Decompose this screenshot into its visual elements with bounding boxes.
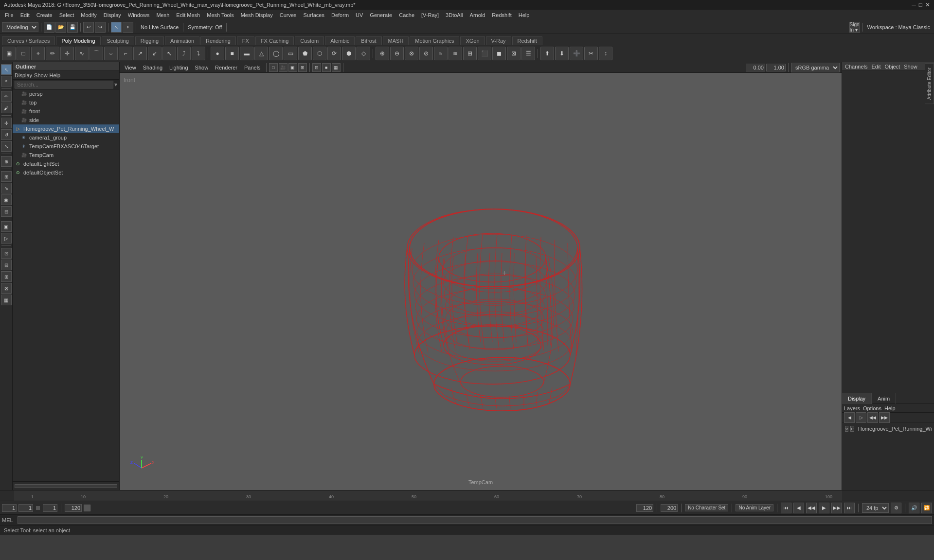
shelf-tab-fx[interactable]: FX: [237, 36, 254, 45]
menu-item-windows[interactable]: Windows: [125, 11, 153, 19]
shelf-boolean-icon[interactable]: ⊘: [419, 47, 433, 60]
shelf-tool1-icon[interactable]: ↗: [133, 47, 147, 60]
outliner-item-tempcam[interactable]: 🎥 TempCam: [13, 151, 119, 159]
playback-options-btn[interactable]: ⚙: [891, 503, 901, 513]
shelf-arc2-icon[interactable]: ⌣: [104, 47, 118, 60]
sign-in-btn[interactable]: Sign In ▾: [849, 22, 860, 33]
open-file-btn[interactable]: 📂: [55, 22, 66, 33]
outliner-item-front[interactable]: 🎥 front: [13, 107, 119, 116]
vp-texture[interactable]: ▦: [332, 63, 341, 72]
vp-grid-btn[interactable]: ⊞: [298, 63, 307, 72]
shelf-bridge-icon[interactable]: ⬇: [555, 47, 569, 60]
shelf-tab-motion-graphics[interactable]: Motion Graphics: [410, 36, 459, 45]
menu-item-display[interactable]: Display: [101, 11, 124, 19]
display-tab[interactable]: Display: [842, 393, 872, 404]
shelf-tab-redshift[interactable]: Redshift: [512, 36, 542, 45]
snap-curve[interactable]: ∿: [1, 183, 12, 193]
viewport-panels-menu[interactable]: Panels: [241, 64, 264, 71]
shelf-conform-icon[interactable]: ⊗: [405, 47, 418, 60]
viewport-view-menu[interactable]: View: [122, 64, 139, 71]
shelf-tool3-icon[interactable]: ↖: [162, 47, 176, 60]
shelf-tab-bifrost[interactable]: Bifrost: [356, 36, 381, 45]
shelf-retopo-icon[interactable]: ⊠: [507, 47, 521, 60]
layer-item[interactable]: V P Homegroove_Pet_Running_Wi: [844, 424, 932, 433]
shelf-helix-icon[interactable]: ⟳: [327, 47, 341, 60]
playback-end-input[interactable]: [636, 504, 653, 512]
shelf-smooth-icon[interactable]: ≈: [434, 47, 448, 60]
shelf-cube-icon[interactable]: ■: [225, 47, 239, 60]
vp-cam-btn[interactable]: 🎥: [279, 63, 287, 72]
shelf-box-icon[interactable]: □: [17, 47, 30, 60]
shelf-paint-icon[interactable]: ✏: [46, 47, 59, 60]
snap-grid[interactable]: ⊞: [1, 171, 12, 182]
shelf-cut-icon[interactable]: ✂: [584, 47, 598, 60]
shelf-tab-fx-caching[interactable]: FX Caching: [255, 36, 294, 45]
outliner-show-menu[interactable]: Show: [34, 72, 48, 78]
lasso-tool[interactable]: ⌖: [1, 76, 12, 87]
edit-tab[interactable]: Edit: [871, 64, 880, 70]
start-frame-input[interactable]: [2, 504, 17, 512]
undo-btn[interactable]: ↩: [83, 22, 94, 33]
menu-item-redshift[interactable]: Redshift: [489, 11, 514, 19]
snap-view[interactable]: ⊟: [1, 206, 12, 217]
shelf-select-icon[interactable]: ▣: [2, 47, 16, 60]
shelf-append-icon[interactable]: ➕: [570, 47, 583, 60]
quick-layout4[interactable]: ⊠: [1, 283, 12, 294]
play-btn[interactable]: ▶: [819, 503, 829, 513]
anim-tab[interactable]: Anim: [872, 393, 896, 404]
outliner-item-top[interactable]: 🎥 top: [13, 98, 119, 107]
viewport-lighting-menu[interactable]: Lighting: [166, 64, 191, 71]
outliner-item-tempcam-target[interactable]: ✳ TempCamFBXASC046Target: [13, 142, 119, 151]
shelf-arc-icon[interactable]: ⌒: [90, 47, 103, 60]
command-input[interactable]: [18, 516, 932, 524]
shelf-cylinder-icon[interactable]: ▬: [240, 47, 253, 60]
shelf-combine-icon[interactable]: ⊕: [376, 47, 389, 60]
search-expand-icon[interactable]: ▾: [114, 81, 117, 88]
menu-item-arnold[interactable]: Arnold: [467, 11, 488, 19]
brush-tool[interactable]: 🖌: [1, 103, 12, 113]
quick-layout5[interactable]: ▦: [1, 295, 12, 305]
object-tab[interactable]: Object: [884, 64, 900, 70]
ipr-render[interactable]: ▷: [1, 233, 12, 244]
close-button[interactable]: ✕: [925, 1, 930, 8]
vp-wireframe[interactable]: ⊟: [312, 63, 321, 72]
layers-menu[interactable]: Layers: [844, 405, 860, 411]
render-region[interactable]: ▣: [1, 221, 12, 232]
shelf-tab-custom[interactable]: Custom: [295, 36, 324, 45]
shelf-fill-icon[interactable]: ⬛: [478, 47, 491, 60]
shelf-move-icon[interactable]: ✛: [60, 47, 74, 60]
current-frame-input[interactable]: [18, 504, 33, 512]
shelf-tab-alembic[interactable]: Alembic: [325, 36, 355, 45]
select-tool-btn[interactable]: ↖: [111, 22, 122, 33]
viewport-renderer-menu[interactable]: Renderer: [212, 64, 240, 71]
menu-item-mesh-tools[interactable]: Mesh Tools: [204, 11, 236, 19]
save-file-btn[interactable]: 💾: [67, 22, 78, 33]
shelf-extrude-icon[interactable]: ⬆: [540, 47, 554, 60]
window-controls[interactable]: ─ □ ✕: [912, 1, 930, 8]
shelf-cleanup-icon[interactable]: ☰: [521, 47, 535, 60]
menu-item-generate[interactable]: Generate: [367, 11, 395, 19]
next-frame-btn[interactable]: ▶▶: [831, 503, 842, 513]
shelf-sphere-icon[interactable]: ●: [211, 47, 224, 60]
shelf-separate-icon[interactable]: ⊖: [390, 47, 404, 60]
shelf-mirror-icon[interactable]: ⊞: [463, 47, 477, 60]
outliner-item-side[interactable]: 🎥 side: [13, 116, 119, 124]
menu-item--v-ray-[interactable]: [V-Ray]: [418, 11, 442, 19]
shelf-merge-icon[interactable]: ↕: [599, 47, 612, 60]
mode-dropdown[interactable]: Modeling: [2, 22, 38, 32]
redo-btn[interactable]: ↪: [95, 22, 106, 33]
vp-solid[interactable]: ■: [322, 63, 331, 72]
shelf-lasso-icon[interactable]: ⌖: [31, 47, 45, 60]
shelf-tool5-icon[interactable]: ⤵: [192, 47, 205, 60]
outliner-item-homegroove[interactable]: ▷ Homegroove_Pet_Running_Wheel_W: [13, 124, 119, 133]
quick-layout2[interactable]: ⊟: [1, 260, 12, 270]
shelf-disk-icon[interactable]: ⬟: [298, 47, 312, 60]
viewport-shading-menu[interactable]: Shading: [140, 64, 165, 71]
shelf-tab-v-ray[interactable]: V-Ray: [486, 36, 511, 45]
outliner-display-menu[interactable]: Display: [15, 72, 32, 78]
shelf-plane-icon[interactable]: ▭: [284, 47, 297, 60]
shelf-tool4-icon[interactable]: ⤴: [177, 47, 191, 60]
universal-manip[interactable]: ⊕: [1, 156, 12, 167]
attribute-editor-tab[interactable]: Attribute Editor: [925, 63, 934, 104]
shelf-pipe-icon[interactable]: ⬡: [313, 47, 326, 60]
